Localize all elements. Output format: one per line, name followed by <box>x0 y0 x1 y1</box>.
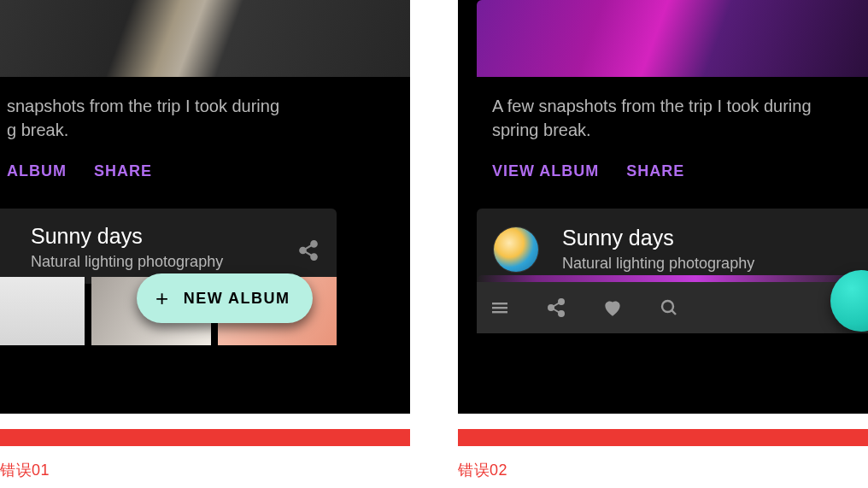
svg-line-4 <box>305 252 311 256</box>
view-album-button[interactable]: VIEW ALBUM <box>492 162 599 179</box>
search-icon[interactable] <box>658 297 680 319</box>
svg-point-13 <box>662 301 673 312</box>
bottom-app-bar <box>477 282 868 333</box>
avatar <box>494 227 538 272</box>
share-icon[interactable] <box>545 297 567 319</box>
heart-icon[interactable] <box>601 297 624 319</box>
svg-rect-5 <box>492 303 507 304</box>
error-indicator-bar <box>0 429 410 446</box>
thumbnail[interactable] <box>0 277 85 345</box>
plus-icon: + <box>155 287 170 309</box>
svg-point-9 <box>548 305 554 310</box>
card-description: A few snapshots from the trip I took dur… <box>492 94 868 142</box>
fab-label: NEW ALBUM <box>184 290 290 308</box>
error-indicator-bar <box>458 429 868 446</box>
view-album-button[interactable]: ALBUM <box>7 162 67 179</box>
example-caption: 错误02 <box>458 460 507 480</box>
svg-line-14 <box>672 310 676 315</box>
card-actions: ALBUM SHARE <box>7 162 174 180</box>
svg-point-2 <box>311 254 317 260</box>
card-actions: VIEW ALBUM SHARE <box>492 162 707 180</box>
example-panel-02: A few snapshots from the trip I took dur… <box>458 0 868 414</box>
svg-line-11 <box>554 303 560 307</box>
share-button[interactable]: SHARE <box>626 162 684 179</box>
svg-rect-7 <box>492 311 507 313</box>
svg-point-8 <box>559 299 564 304</box>
album-subtitle: Natural lighting photography <box>31 253 223 271</box>
share-icon[interactable] <box>297 239 320 262</box>
album-subtitle: Natural lighting photography <box>562 255 754 273</box>
album-card[interactable]: Sunny days Natural lighting photography <box>477 209 868 282</box>
menu-icon[interactable] <box>489 297 511 319</box>
svg-rect-6 <box>492 307 507 309</box>
card-description: snapshots from the trip I took duringg b… <box>7 94 393 142</box>
new-album-fab[interactable]: + NEW ALBUM <box>137 273 313 323</box>
example-panel-01: snapshots from the trip I took duringg b… <box>0 0 410 414</box>
album-title: Sunny days <box>562 226 674 250</box>
hero-image <box>477 0 868 77</box>
svg-line-12 <box>554 309 560 313</box>
hero-image <box>0 0 410 77</box>
example-caption: 错误01 <box>0 460 50 480</box>
svg-line-3 <box>305 245 311 249</box>
share-button[interactable]: SHARE <box>94 162 152 179</box>
svg-point-1 <box>300 248 306 254</box>
album-title: Sunny days <box>31 224 143 249</box>
album-card[interactable]: Sunny days Natural lighting photography <box>0 209 337 284</box>
svg-point-10 <box>559 311 564 316</box>
svg-point-0 <box>311 241 317 247</box>
